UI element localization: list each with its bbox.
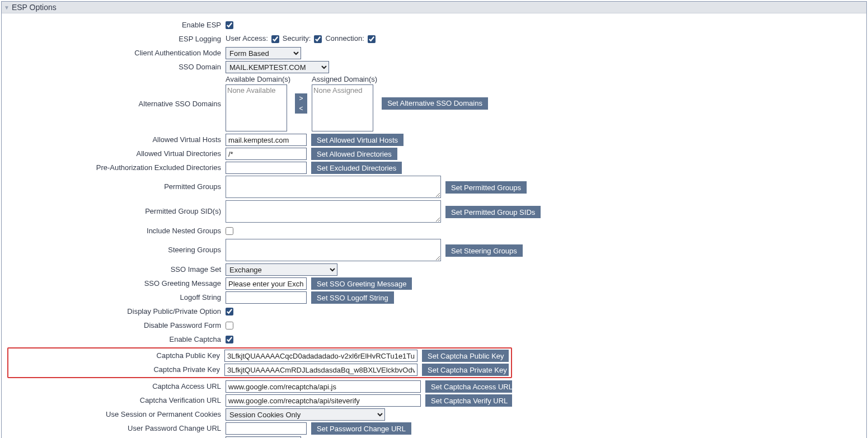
permitted-groups-textarea[interactable] [226,176,441,198]
captcha-private-key-input[interactable] [224,364,417,376]
move-left-button[interactable]: < [295,103,307,114]
label-enable-captcha: Enable Captcha [7,333,226,343]
allowed-vdirs-input[interactable] [226,148,307,160]
label-captcha-priv: Captcha Private Key [8,364,224,374]
label-sso-greeting: SSO Greeting Message [7,277,226,288]
label-disable-pw-form: Disable Password Form [7,319,226,329]
display-pubpriv-checkbox[interactable] [226,308,233,315]
set-pw-change-button[interactable]: Set Password Change URL [311,422,411,435]
label-permitted-group-sids: Permitted Group SID(s) [7,200,226,215]
captcha-access-url-input[interactable] [226,380,421,393]
use-cookies-select[interactable]: Session Cookies Only [226,408,385,421]
label-include-nested: Include Nested Groups [7,225,226,235]
label-use-cookies: Use Session or Permanent Cookies [7,408,226,418]
label-sso-image-set: SSO Image Set [7,263,226,274]
set-sso-logoff-button[interactable]: Set SSO Logoff String [311,291,394,304]
set-permitted-groups-button[interactable]: Set Permitted Groups [445,181,527,194]
logoff-string-input[interactable] [226,291,307,304]
label-user-access: User Access: [226,34,268,43]
sso-domain-select[interactable]: MAIL.KEMPTEST.COM [226,61,329,73]
label-captcha-pub: Captcha Public Key [8,350,224,360]
label-captcha-verify: Captcha Verification URL [7,394,226,404]
assigned-domains-header: Assigned Domain(s) [312,75,377,83]
label-preauth-excluded: Pre-Authorization Excluded Directories [7,162,226,172]
label-user-pw-change: User Password Change URL [7,422,226,432]
client-auth-mode-select[interactable]: Form Based [226,47,301,59]
label-steering-groups: Steering Groups [7,239,226,254]
label-security: Security: [283,34,311,43]
set-permitted-group-sids-button[interactable]: Set Permitted Group SIDs [445,206,541,218]
sso-image-set-select[interactable]: Exchange [226,263,337,276]
enable-captcha-checkbox[interactable] [226,336,233,343]
set-allowed-vhosts-button[interactable]: Set Allowed Virtual Hosts [311,134,403,146]
captcha-verify-url-input[interactable] [226,394,421,407]
set-captcha-verify-button[interactable]: Set Captcha Verify URL [425,394,512,407]
include-nested-checkbox[interactable] [226,227,233,235]
permitted-group-sids-textarea[interactable] [226,200,441,223]
label-connection: Connection: [325,34,364,43]
captcha-keys-highlight: Captcha Public Key Set Captcha Public Ke… [7,347,512,378]
set-allowed-dirs-button[interactable]: Set Allowed Directories [311,148,397,160]
available-domains-list[interactable]: None Available [226,84,287,131]
disable-pw-form-checkbox[interactable] [226,322,233,329]
set-captcha-pub-button[interactable]: Set Captcha Public Key [422,350,509,362]
label-allowed-vdirs: Allowed Virtual Directories [7,148,226,158]
label-esp-logging: ESP Logging [7,33,226,43]
panel-header[interactable]: ▼ ESP Options [2,2,866,13]
label-enable-esp: Enable ESP [7,19,226,29]
set-steering-groups-button[interactable]: Set Steering Groups [445,244,523,257]
label-sso-domain: SSO Domain [7,61,226,71]
label-client-auth-mode: Client Authentication Mode [7,47,226,57]
assigned-domains-list[interactable]: None Assigned [312,84,373,131]
set-excluded-dirs-button[interactable]: Set Excluded Directories [311,162,402,174]
steering-groups-textarea[interactable] [226,239,441,261]
user-access-checkbox[interactable] [271,35,279,43]
label-allowed-vhosts: Allowed Virtual Hosts [7,134,226,144]
allowed-vhosts-input[interactable] [226,134,307,146]
esp-options-panel: ▼ ESP Options Enable ESP ESP Logging Use… [1,1,867,438]
label-permitted-groups: Permitted Groups [7,176,226,191]
user-pw-change-input[interactable] [226,422,307,435]
set-sso-greeting-button[interactable]: Set SSO Greeting Message [311,277,412,290]
panel-body: Enable ESP ESP Logging User Access: Secu… [2,13,866,438]
label-logoff-string: Logoff String [7,291,226,302]
move-right-button[interactable]: > [295,93,307,103]
available-domains-header: Available Domain(s) [226,75,290,83]
preauth-excluded-input[interactable] [226,162,307,174]
label-captcha-access: Captcha Access URL [7,380,226,390]
enable-esp-checkbox[interactable] [226,21,233,29]
set-captcha-priv-button[interactable]: Set Captcha Private Key [422,364,509,376]
panel-title: ESP Options [12,3,57,12]
security-checkbox[interactable] [314,35,322,43]
captcha-public-key-input[interactable] [224,350,417,362]
sso-greeting-input[interactable] [226,277,307,290]
collapse-icon: ▼ [4,4,10,11]
set-captcha-access-button[interactable]: Set Captcha Access URL [425,380,512,393]
set-alt-sso-button[interactable]: Set Alternative SSO Domains [382,97,488,110]
connection-checkbox[interactable] [368,35,376,43]
label-alt-sso-domains: Alternative SSO Domains [7,75,226,108]
label-display-pubpriv: Display Public/Private Option [7,305,226,315]
